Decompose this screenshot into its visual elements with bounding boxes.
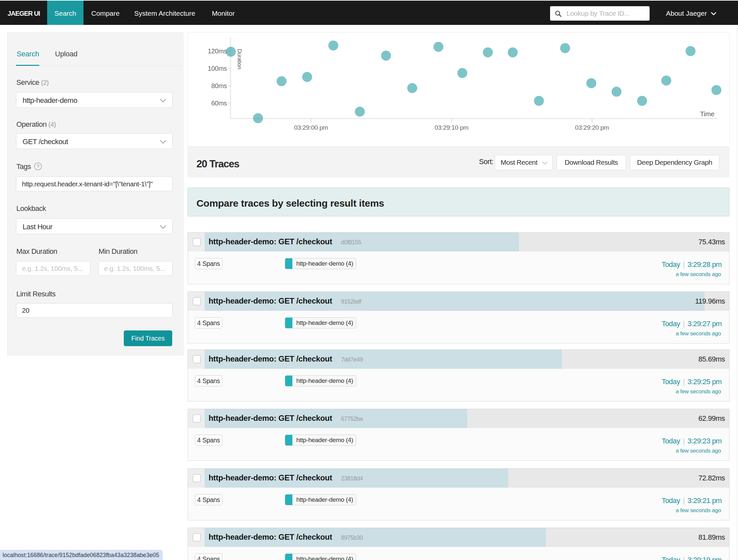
- svg-text:03:29:10 pm: 03:29:10 pm: [434, 124, 468, 131]
- svg-text:120ms: 120ms: [208, 47, 227, 55]
- svg-text:60ms: 60ms: [211, 99, 227, 107]
- svg-text:100ms: 100ms: [208, 65, 227, 72]
- svg-text:03:29:20 pm: 03:29:20 pm: [575, 124, 609, 131]
- svg-text:?: ?: [37, 164, 39, 169]
- svg-text:03:29:00 pm: 03:29:00 pm: [294, 124, 328, 131]
- svg-text:Time: Time: [700, 110, 714, 117]
- svg-text:Duration: Duration: [237, 49, 243, 69]
- svg-text:80ms: 80ms: [211, 82, 227, 89]
